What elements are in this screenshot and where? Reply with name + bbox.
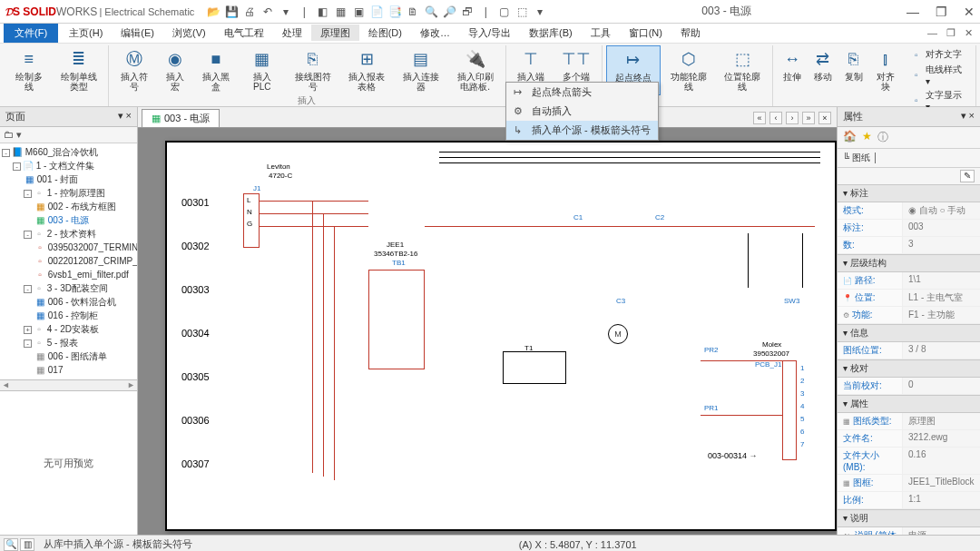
dropdown-item[interactable]: ⚙自动插入 <box>506 102 658 121</box>
panel-menu-icon[interactable]: ▾ × <box>961 110 975 123</box>
menu-item[interactable]: 帮助 <box>671 25 710 41</box>
scroll-right-icon[interactable]: ► <box>127 380 135 390</box>
drawing-canvas[interactable]: 00301003020030300304003050030600307 Levi… <box>138 128 837 535</box>
menu-item[interactable]: 处理 <box>273 25 311 41</box>
ribbon-button[interactable]: Ⓜ插入符号 <box>113 45 156 93</box>
qat-icon[interactable]: 🔎 <box>443 5 456 18</box>
qat-icon[interactable]: 🗎 <box>407 5 419 18</box>
property-row[interactable]: ▦ 图框:JEE1_TitleBlock <box>838 475 980 492</box>
qat-icon[interactable]: ▦ <box>334 5 347 18</box>
minimize-icon[interactable]: — <box>906 5 919 19</box>
tree-node[interactable]: -▫ 2 - 技术资料 <box>2 227 135 241</box>
page-panel-toolbar[interactable]: 🗀 ▾ <box>0 127 137 143</box>
tab-003[interactable]: ▦ 003 - 电源 <box>142 109 220 127</box>
menu-item[interactable]: 主页(H) <box>60 25 112 41</box>
menu-item[interactable]: 窗口(N) <box>620 25 671 41</box>
tree-node[interactable]: ▦ 002 - 布线方框图 <box>2 200 135 213</box>
property-section-header[interactable]: ▾ 标注 <box>838 184 980 202</box>
menu-item[interactable]: 浏览(V) <box>163 25 215 41</box>
ribbon-button[interactable]: ⬚位置轮廓线 <box>716 45 769 93</box>
property-row[interactable]: 📍 位置:L1 - 主电气室 <box>838 290 980 307</box>
dropdown-item[interactable]: ↦起点终点箭头 <box>506 83 658 102</box>
ribbon-button[interactable]: ≡绘制多线 <box>7 45 51 93</box>
property-section-header[interactable]: ▾ 层级结构 <box>838 254 980 272</box>
tree-node[interactable]: -📘 M660_混合冷饮机 <box>2 145 135 159</box>
qat-icon[interactable]: ▣ <box>352 5 365 18</box>
close-icon[interactable]: ✕ <box>964 5 975 19</box>
property-row[interactable]: 数:3 <box>838 237 980 254</box>
property-row[interactable]: 图纸位置:3 / 8 <box>838 342 980 359</box>
ribbon-button[interactable]: ≣绘制单线类型 <box>53 45 105 93</box>
property-row[interactable]: 模式:◉ 自动 ○ 手动 <box>838 202 980 220</box>
qat-icon[interactable]: ◧ <box>316 5 328 18</box>
property-section-header[interactable]: ▾ 说明 <box>838 509 980 527</box>
ribbon-small-button[interactable]: ▫电线样式▾ <box>906 63 970 87</box>
tree-node[interactable]: ▦ 016 - 控制柜 <box>2 309 135 322</box>
ribbon-button[interactable]: 🔌插入印刷电路板. <box>449 45 502 93</box>
qat-icon[interactable]: ▢ <box>497 5 510 18</box>
tree-node[interactable]: ▫ 0395032007_TERMINA <box>2 241 135 254</box>
panel-menu-icon[interactable]: ▾ × <box>118 110 132 123</box>
tree-node[interactable]: ▦ 003 - 电源 <box>2 213 135 227</box>
tab-next-icon[interactable]: › <box>786 112 799 124</box>
properties-tab[interactable]: ╚ 图纸 │ <box>838 149 980 168</box>
property-section-header[interactable]: ▾ 信息 <box>838 324 980 342</box>
ribbon-button[interactable]: ▦插入 PLC <box>240 45 285 93</box>
file-menu[interactable]: 文件(F) <box>4 24 58 43</box>
tab-last-icon[interactable]: » <box>802 112 815 124</box>
property-row[interactable]: ▦ 图纸类型:原理图 <box>838 413 980 430</box>
mdi-minimize-icon[interactable]: — <box>927 27 937 39</box>
menu-item[interactable]: 电气工程 <box>215 25 273 41</box>
property-row[interactable]: Ab 说明 (简体中文电源 <box>838 527 980 535</box>
ribbon-button[interactable]: ↔拉伸 <box>777 45 808 93</box>
qat-icon[interactable]: 🗗 <box>461 5 474 18</box>
tree-node[interactable]: ▫ 0022012087_CRIMP_H <box>2 254 135 268</box>
property-row[interactable]: 比例:1:1 <box>838 492 980 509</box>
property-row[interactable]: 当前校对:0 <box>838 378 980 395</box>
ribbon-button[interactable]: ▤插入连接器 <box>395 45 447 93</box>
tab-close-icon[interactable]: × <box>818 112 831 124</box>
ribbon-button[interactable]: ⫿对齐块 <box>869 45 904 93</box>
property-section-header[interactable]: ▾ 校对 <box>838 359 980 378</box>
menu-item[interactable]: 修改… <box>411 25 459 41</box>
menu-item[interactable]: 数据库(B) <box>520 25 582 41</box>
star-icon[interactable]: ★ <box>862 130 872 145</box>
home-icon[interactable]: 🏠 <box>843 130 857 145</box>
property-row[interactable]: 标注:003 <box>838 220 980 237</box>
tree-node[interactable]: ▦ 001 - 封面 <box>2 172 135 186</box>
ribbon-button[interactable]: ⇄移动 <box>808 45 838 93</box>
tab-first-icon[interactable]: « <box>753 112 766 124</box>
property-row[interactable]: 文件大小 (MB):0.16 <box>838 448 980 475</box>
maximize-icon[interactable]: ❐ <box>936 5 947 19</box>
menu-item[interactable]: 原理图 <box>311 25 359 41</box>
qat-icon[interactable]: ⬚ <box>515 5 528 18</box>
ribbon-button[interactable]: ⊞插入报表表格 <box>340 45 393 93</box>
mdi-restore-icon[interactable]: ❐ <box>946 27 956 39</box>
qat-icon[interactable]: ▾ <box>534 5 546 18</box>
property-section-header[interactable]: ▾ 属性 <box>838 395 980 413</box>
qat-icon[interactable]: 📄 <box>370 5 383 18</box>
status-icon[interactable]: ▥ <box>20 538 34 551</box>
tree-node[interactable]: ▦ 017 <box>2 363 135 377</box>
tree-node[interactable]: -▫ 3 - 3D配装空间 <box>2 281 135 295</box>
tree-node[interactable]: ▦ 006 - 图纸清单 <box>2 349 135 363</box>
property-row[interactable]: 文件名:3212.ewg <box>838 430 980 448</box>
scroll-left-icon[interactable]: ◄ <box>2 380 10 390</box>
mdi-close-icon[interactable]: ✕ <box>965 27 973 39</box>
tree-node[interactable]: -▫ 5 - 报表 <box>2 336 135 349</box>
ribbon-button[interactable]: ⎘复制 <box>838 45 869 93</box>
qat-undo-icon[interactable]: ↶ <box>261 5 274 18</box>
tree-node[interactable]: +▫ 4 - 2D安装板 <box>2 322 135 336</box>
ribbon-button[interactable]: ⬡功能轮廓线 <box>662 45 715 93</box>
property-row[interactable]: ⚙ 功能:F1 - 主功能 <box>838 307 980 324</box>
property-row[interactable]: 📄 路径:1\1 <box>838 272 980 290</box>
menu-item[interactable]: 绘图(D) <box>359 25 411 41</box>
ribbon-button[interactable]: ■插入黑盒 <box>194 45 238 93</box>
tree-node[interactable]: ▦ 006 - 饮料混合机 <box>2 295 135 309</box>
tab-prev-icon[interactable]: ‹ <box>769 112 782 124</box>
status-icon[interactable]: 🔍 <box>4 538 18 551</box>
qat-save-icon[interactable]: 💾 <box>225 5 238 18</box>
qat-icon[interactable]: 📑 <box>388 5 401 18</box>
qat-print-icon[interactable]: 🖨 <box>243 5 256 18</box>
tree-node[interactable]: -📄 1 - 文档文件集 <box>2 159 135 172</box>
